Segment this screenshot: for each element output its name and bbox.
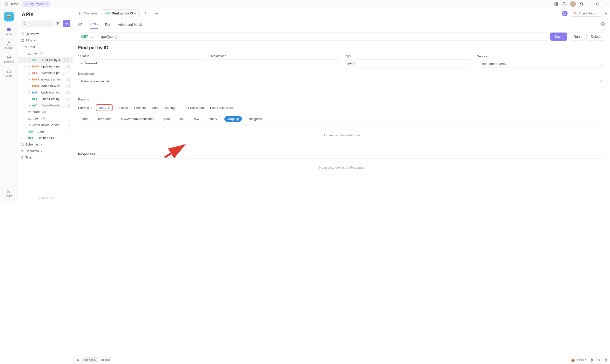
ptab-post[interactable]: Post Processors — [210, 103, 233, 113]
rail-apis[interactable]: APIs — [6, 27, 12, 35]
trash-row[interactable]: Trash — [18, 154, 73, 161]
window-close-icon[interactable] — [603, 2, 608, 6]
svg-rect-19 — [80, 12, 82, 15]
delete-button[interactable]: Delete — [586, 33, 605, 41]
pin-icon[interactable] — [580, 2, 584, 6]
gear-icon[interactable] — [554, 2, 558, 6]
websocket-row[interactable]: WebSocket Server — [18, 122, 73, 128]
add-button[interactable] — [63, 20, 70, 27]
tags-input[interactable]: pet× — [344, 59, 472, 67]
bell-icon[interactable] — [562, 2, 566, 6]
maximize-icon[interactable] — [596, 2, 600, 6]
home-tab[interactable]: Home — [2, 1, 20, 7]
svg-point-11 — [7, 56, 11, 59]
ptab-pre[interactable]: Pre Processors — [183, 103, 204, 113]
body-none[interactable]: none — [79, 116, 91, 122]
method-select[interactable]: GET ⌄ — [78, 33, 96, 41]
active-doc-tab[interactable]: GET Find pet by ID — [102, 9, 140, 17]
search-input[interactable] — [21, 20, 53, 27]
titlebar: Home My Project × — [0, 0, 610, 8]
subtabs: API Edit • Run Advanced Mock — [73, 19, 610, 29]
body-raw[interactable]: raw — [192, 116, 201, 122]
params-heading: Params — [78, 98, 605, 101]
subtab-api[interactable]: API — [78, 23, 84, 29]
minimize-icon[interactable] — [588, 2, 592, 6]
resize-handle-icon[interactable]: ⋰ — [602, 88, 604, 91]
subtab-run[interactable]: Run — [105, 23, 111, 29]
app-logo[interactable] — [4, 12, 14, 21]
api-find-pet[interactable]: ›GETFind pet by ID(1) — [18, 57, 73, 63]
requests-row[interactable]: Requests▸ — [18, 148, 73, 154]
ptab-headers[interactable]: Headers — [134, 103, 146, 113]
new-tab-button[interactable]: + — [141, 9, 150, 18]
root-row[interactable]: Root — [18, 44, 73, 50]
api-name: Find pet by ID — [42, 58, 61, 62]
root-label: Root — [28, 45, 35, 49]
api-upload-image[interactable]: ›POSTuploads an image(1) — [18, 76, 73, 83]
api-add-pet[interactable]: ›POSTAdd a new pet t...(1) — [18, 83, 73, 89]
body-json[interactable]: json — [162, 116, 172, 122]
status-select[interactable]: Released⌄ — [78, 59, 206, 67]
overview-doc-tab[interactable]: Overview — [76, 10, 100, 17]
body-xwww[interactable]: x-www-form-urlencoded — [119, 116, 157, 122]
svg-rect-9 — [7, 28, 11, 31]
rail-testing[interactable]: Testing — [5, 41, 13, 49]
url-input[interactable]: /pet/{petId} — [98, 33, 548, 41]
api-find-by-status[interactable]: ›GETFinds Pets by sta...(1) — [18, 96, 73, 102]
api-delete-pet[interactable]: ›DELDeletes a pet(1) — [18, 70, 73, 76]
maintainer-select[interactable]: ⌄ — [211, 59, 339, 67]
api-find-by-tag[interactable]: ›GETFinds Pets by t...(1) — [18, 102, 73, 109]
ptab-settings[interactable]: Settings — [165, 103, 176, 113]
api-put-pet[interactable]: ›PUTUpdate an existi...(1) — [18, 89, 73, 96]
subtab-edit[interactable]: Edit • — [90, 22, 98, 29]
subtab-advanced-mock[interactable]: Advanced Mock — [118, 23, 142, 29]
svg-rect-6 — [7, 15, 11, 16]
nav-rail: APIs Testing Settings Share Invite — [0, 8, 18, 202]
body-msgpack[interactable]: msgpack — [247, 116, 264, 122]
svg-rect-18 — [21, 39, 24, 41]
untitled-api-row[interactable]: GETUntitled API — [18, 135, 73, 141]
schemas-row[interactable]: Schemas▸ — [18, 141, 73, 148]
body-xml[interactable]: xml — [177, 116, 186, 122]
project-tab[interactable]: My Project × — [22, 1, 50, 7]
menu-icon[interactable] — [604, 12, 608, 15]
body-graphql[interactable]: GraphQL — [224, 116, 242, 122]
sidebar: APIs Overview APIs ▸ — [18, 8, 73, 202]
environment-select[interactable]: Cl Cloud Mock ⌄ — [570, 10, 602, 17]
close-icon[interactable]: × — [46, 2, 48, 6]
store-folder-row[interactable]: ›store(4) — [18, 109, 73, 115]
filter-button[interactable] — [54, 20, 61, 27]
info-icon[interactable]: ⓘ — [489, 54, 491, 58]
body-empty-state: No need to define the Body — [78, 125, 605, 146]
body-formdata[interactable]: form-data — [96, 116, 114, 122]
pet-folder-row[interactable]: ⌄ pet (8) — [18, 50, 73, 57]
sync-button[interactable] — [562, 11, 568, 16]
rail-share[interactable]: Share — [5, 69, 12, 77]
expand-icon[interactable]: ⤢ — [600, 79, 603, 83]
avatar[interactable] — [570, 1, 576, 7]
api-update-pet[interactable]: ›POSTUpdates a pet in...(1) — [18, 63, 73, 70]
save-button[interactable]: Save — [550, 33, 567, 41]
page-api-row[interactable]: GETpage — [18, 128, 73, 135]
svg-point-13 — [23, 22, 25, 24]
overview-row[interactable]: Overview — [18, 31, 73, 37]
description-label: Description — [78, 72, 605, 75]
plus-icon — [65, 22, 68, 25]
rail-invite[interactable]: Invite — [6, 189, 12, 197]
tab-menu-button[interactable]: ⋯ — [152, 10, 161, 17]
body-binary[interactable]: binary — [206, 116, 220, 122]
overview-label: Overview — [26, 32, 39, 36]
rail-settings[interactable]: Settings — [4, 55, 14, 63]
history-button[interactable] — [601, 22, 605, 26]
service-select[interactable]: Inherit from Parents⌄ — [477, 60, 605, 67]
ptab-params[interactable]: Params1 — [78, 103, 92, 113]
ptab-body[interactable]: Body 1 — [98, 103, 110, 113]
description-textarea[interactable]: Returns a single pet ⤢ ⋰ — [78, 77, 605, 92]
run-button[interactable]: Run — [569, 33, 584, 41]
apis-group-row[interactable]: APIs ▸ — [18, 37, 73, 44]
ptab-cookies[interactable]: Cookies — [116, 103, 128, 113]
user-folder-row[interactable]: ›user(9) — [18, 115, 73, 122]
chevron-right-icon: ▸ — [34, 39, 36, 42]
ptab-auth[interactable]: Auth — [152, 103, 159, 113]
maintainer-label: Maintainer — [211, 54, 339, 58]
